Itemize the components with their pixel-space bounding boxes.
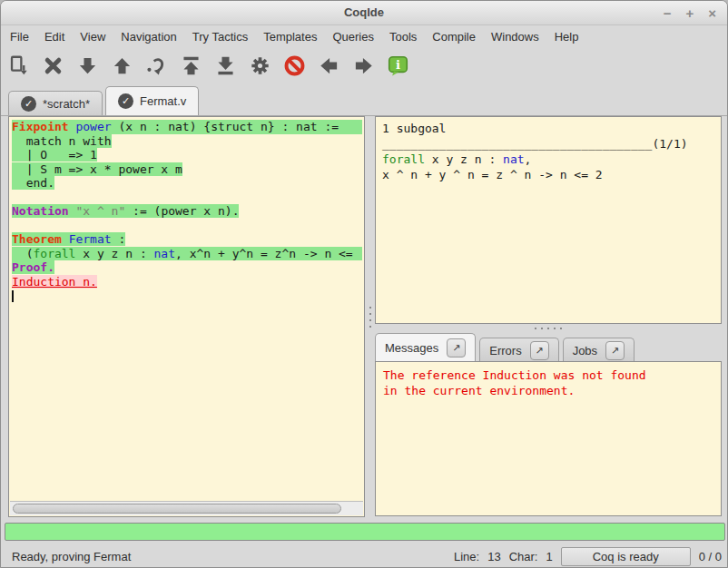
close-x-icon[interactable] — [42, 54, 64, 77]
line-value: 13 — [487, 550, 500, 563]
char-label: Char: — [509, 550, 538, 563]
menu-item-try-tactics[interactable]: Try Tactics — [192, 30, 248, 44]
code-line — [12, 219, 362, 233]
messages-pane[interactable]: The reference Induction was not foundin … — [375, 361, 722, 516]
bottom-tabstrip: Messages↗Errors↗Jobs↗ — [373, 333, 727, 362]
detach-arrow-icon[interactable]: ↗ — [447, 338, 466, 357]
highlight-span: Induction n. — [12, 275, 97, 289]
code-line: Notation "x ^ n" := (power x n). — [12, 204, 362, 219]
go-to-cursor-icon[interactable] — [145, 54, 167, 77]
back-arrow-icon[interactable] — [318, 54, 339, 77]
tab-label: Jobs — [573, 344, 597, 357]
code-line: (forall x y z n : nat, x^n + y^n = z^n -… — [12, 247, 362, 261]
message-line: The reference Induction was not found — [383, 367, 713, 383]
menu-item-view[interactable]: View — [80, 30, 105, 44]
tab-messages[interactable]: Messages↗ — [375, 333, 476, 362]
coqide-window: CoqIde − + × FileEditViewNavigationTry T… — [0, 0, 728, 568]
menu-item-windows[interactable]: Windows — [491, 30, 539, 44]
script-editor-pane[interactable]: Fixpoint power (x n : nat) {struct n} : … — [8, 116, 365, 517]
gear-icon[interactable] — [249, 54, 271, 77]
tab-label: *scratch* — [43, 97, 90, 111]
tab-scratch[interactable]: *scratch* — [8, 91, 103, 115]
code-editor[interactable]: Fixpoint power (x n : nat) {struct n} : … — [12, 120, 362, 501]
goal-line: forall x y z n : nat, — [382, 152, 714, 167]
status-bar: Ready, proving Fermat Line: 13 Char: 1 C… — [1, 544, 728, 568]
tab-errors[interactable]: Errors↗ — [479, 338, 558, 362]
menu-item-edit[interactable]: Edit — [44, 30, 64, 44]
go-to-start-icon[interactable] — [180, 54, 202, 77]
backward-one-command-up-arrow-icon[interactable] — [111, 54, 133, 77]
highlight-span: Theorem Fermat : — [12, 232, 125, 246]
checkmark-icon — [21, 96, 36, 112]
menu-item-help[interactable]: Help — [555, 30, 579, 44]
detach-arrow-icon[interactable]: ↗ — [530, 341, 549, 360]
highlight-span: match n with — [12, 134, 112, 148]
vertical-splitter[interactable] — [365, 116, 375, 517]
highlight-span: | S m => x * power x m — [12, 162, 182, 176]
code-line: Fixpoint power (x n : nat) {struct n} : … — [12, 120, 362, 134]
about-info-icon[interactable]: i — [387, 54, 408, 77]
status-right-cluster: Line: 13 Char: 1 Coq is ready 0 / 0 — [454, 546, 722, 566]
messages-content: The reference Induction was not foundin … — [383, 367, 713, 398]
status-text: Ready, proving Fermat — [12, 550, 131, 563]
menu-item-queries[interactable]: Queries — [332, 30, 374, 44]
tab-label: Errors — [489, 344, 521, 357]
coq-state-box: Coq is ready — [561, 547, 691, 566]
maximize-icon[interactable]: + — [685, 6, 694, 20]
horizontal-scrollbar[interactable] — [10, 501, 363, 515]
tab-fermat[interactable]: Fermat.v — [105, 86, 199, 115]
window-controls: − + × — [664, 1, 716, 24]
interrupt-icon[interactable] — [283, 54, 305, 77]
progress-bar — [5, 523, 725, 541]
code-line: Induction n. — [12, 275, 362, 289]
highlight-span: Notation "x ^ n" := (power x n). — [12, 204, 239, 218]
tab-label: Messages — [385, 341, 438, 355]
code-line: Theorem Fermat : — [12, 232, 362, 247]
menu-item-templates[interactable]: Templates — [263, 30, 317, 44]
menu-item-navigation[interactable]: Navigation — [121, 30, 176, 44]
code-line: match n with — [12, 134, 362, 149]
titlebar[interactable]: CoqIde − + × — [1, 1, 727, 25]
goals-content: 1 subgoal_______________________________… — [382, 121, 714, 182]
highlight-span: end. — [12, 176, 54, 190]
tab-label: Fermat.v — [140, 94, 186, 108]
code-line — [12, 191, 362, 205]
menu-item-compile[interactable]: Compile — [432, 30, 476, 44]
svg-text:i: i — [395, 57, 399, 71]
menu-item-file[interactable]: File — [10, 30, 29, 44]
detach-arrow-icon[interactable]: ↗ — [605, 341, 625, 360]
toolbar: i — [1, 47, 727, 83]
editor-tabstrip: *scratch* Fermat.v — [1, 83, 727, 116]
minimize-icon[interactable]: − — [664, 6, 672, 20]
window-title: CoqIde — [1, 1, 727, 24]
code-line — [12, 289, 362, 303]
menu-item-tools[interactable]: Tools — [389, 30, 417, 44]
char-value: 1 — [546, 550, 552, 563]
text-cursor — [12, 290, 14, 302]
goal-line: ______________________________________(1… — [382, 136, 714, 152]
scrollbar-thumb[interactable] — [13, 504, 341, 514]
code-line: | O => 1 — [12, 148, 362, 162]
line-label: Line: — [454, 550, 479, 563]
go-to-end-icon[interactable] — [214, 54, 236, 77]
jobs-counter: 0 / 0 — [699, 550, 722, 563]
highlight-span: Proof. — [12, 260, 54, 274]
goal-line: x ^ n + y ^ n = z ^ n -> n <= 2 — [382, 167, 714, 182]
code-line: end. — [12, 176, 362, 191]
highlight-span: | O => 1 — [12, 148, 97, 162]
tab-jobs[interactable]: Jobs↗ — [563, 338, 635, 362]
goals-pane[interactable]: 1 subgoal_______________________________… — [375, 116, 722, 324]
goal-line: 1 subgoal — [382, 121, 714, 136]
code-line: | S m => x * power x m — [12, 162, 362, 177]
forward-arrow-icon[interactable] — [352, 54, 374, 77]
horizontal-splitter[interactable] — [375, 324, 722, 333]
new-file-icon[interactable] — [7, 54, 29, 77]
close-icon[interactable]: × — [708, 6, 716, 20]
menu-bar: FileEditViewNavigationTry TacticsTemplat… — [1, 25, 727, 47]
code-line: Proof. — [12, 260, 362, 275]
forward-one-command-down-arrow-icon[interactable] — [76, 54, 98, 77]
message-line: in the current environment. — [383, 383, 713, 398]
checkmark-icon — [118, 93, 133, 109]
